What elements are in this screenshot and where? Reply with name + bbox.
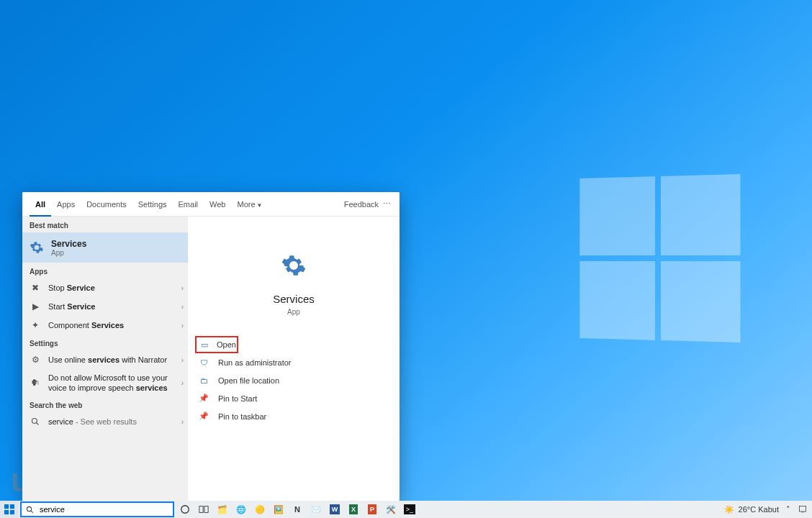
result-detail-pane: Services App ▭ Open 🛡 Run as administrat… [188, 217, 400, 501]
svg-point-6 [27, 506, 31, 511]
svg-rect-3 [10, 504, 14, 509]
result-component-services[interactable]: ✦ Component Services › [22, 316, 188, 335]
svg-rect-4 [4, 510, 9, 514]
chevron-right-icon: › [181, 379, 184, 387]
result-stop-service[interactable]: ✖ Stop Service › [22, 278, 188, 297]
feedback-link[interactable]: Feedback [344, 200, 379, 209]
tab-email[interactable]: Email [173, 192, 204, 217]
result-speech-services[interactable]: 🗣 Do not allow Microsoft to use your voi… [22, 369, 188, 396]
chevron-right-icon: › [181, 303, 184, 311]
speech-icon: 🗣 [30, 377, 41, 388]
result-narrator-services[interactable]: ⚙ Use online services with Narrator › [22, 350, 188, 369]
pin-icon: 📌 [198, 411, 209, 422]
action-center-icon[interactable] [798, 504, 808, 514]
weather-text[interactable]: 26°C Kabut [739, 505, 779, 514]
action-label: Run as administrator [218, 358, 292, 367]
word-icon: W [330, 504, 340, 514]
mail-icon: ✉️ [311, 505, 321, 514]
taskbar-search-input[interactable] [38, 504, 168, 514]
svg-rect-2 [4, 504, 9, 509]
action-open-file-location[interactable]: 🗀 Open file location [188, 371, 400, 389]
taskbar-app-mail[interactable]: ✉️ [307, 501, 325, 518]
excel-icon: X [349, 504, 358, 514]
terminal-icon: >_ [404, 504, 415, 514]
tray-overflow-icon[interactable]: ˄ [783, 504, 793, 514]
more-options-button[interactable]: ⋯ [383, 199, 392, 209]
svg-line-1 [37, 423, 39, 425]
search-results-list: Best match Services App Apps ✖ Stop Serv… [22, 217, 188, 501]
weather-icon[interactable]: ☀️ [724, 504, 734, 514]
stop-icon: ✖ [30, 282, 41, 294]
taskbar-app-winscp[interactable]: 🛠️ [382, 501, 400, 518]
action-label: Open [217, 340, 236, 349]
taskbar-app-excel[interactable]: X [344, 501, 363, 518]
search-icon [26, 506, 34, 514]
taskbar-app-terminal[interactable]: >_ [400, 501, 419, 518]
tab-settings[interactable]: Settings [132, 192, 173, 217]
svg-point-8 [181, 506, 189, 514]
best-match-subtitle: App [51, 249, 86, 257]
result-web-search[interactable]: service - See web results › [22, 412, 188, 431]
tab-apps[interactable]: Apps [51, 192, 81, 217]
chrome-icon: 🟡 [255, 505, 265, 514]
result-label: Stop Service [48, 283, 179, 292]
section-header-best-match: Best match [22, 217, 188, 232]
taskbar-search-box[interactable] [20, 501, 174, 517]
svg-rect-11 [800, 506, 806, 512]
component-icon: ✦ [30, 319, 41, 331]
taskbar-app-notion[interactable]: N [288, 501, 307, 518]
search-icon [30, 416, 41, 427]
svg-line-7 [31, 510, 33, 512]
tab-documents[interactable]: Documents [81, 192, 132, 217]
taskbar-app-word[interactable]: W [325, 501, 344, 518]
wallpaper-windows-logo [579, 174, 740, 342]
svg-rect-10 [204, 506, 208, 513]
action-open[interactable]: ▭ Open [195, 336, 238, 353]
chevron-down-icon: ▼ [257, 202, 263, 209]
taskbar-app-chrome[interactable]: 🟡 [251, 501, 269, 518]
result-label: service - See web results [48, 417, 179, 426]
search-scope-tabs: All Apps Documents Settings Email Web Mo… [22, 192, 400, 217]
action-label: Open file location [218, 376, 279, 385]
system-tray: ☀️ 26°C Kabut ˄ [724, 504, 808, 514]
edge-icon: 🌐 [236, 505, 246, 514]
section-header-settings: Settings [22, 335, 188, 350]
play-icon: ▶ [30, 301, 41, 312]
tab-more[interactable]: More▼ [231, 192, 268, 217]
open-icon: ▭ [201, 339, 208, 350]
svg-rect-5 [10, 510, 14, 514]
action-pin-to-start[interactable]: 📌 Pin to Start [188, 389, 400, 407]
taskbar-app-powerpoint[interactable]: P [363, 501, 382, 518]
shield-icon: 🛡 [198, 357, 209, 368]
pin-icon: 📌 [198, 393, 209, 404]
taskbar-app-photos[interactable]: 🖼️ [269, 501, 288, 518]
section-header-web: Search the web [22, 396, 188, 412]
taskbar-app-explorer[interactable]: 🗂️ [213, 501, 232, 518]
settings-icon: ⚙ [30, 354, 41, 365]
detail-actions: ▭ Open 🛡 Run as administrator 🗀 Open fil… [188, 336, 400, 425]
chevron-right-icon: › [181, 356, 184, 364]
folder-icon: 🗂️ [217, 505, 227, 514]
result-start-service[interactable]: ▶ Start Service › [22, 297, 188, 316]
cortana-button[interactable] [176, 501, 194, 518]
result-label: Do not allow Microsoft to use your voice… [48, 373, 179, 393]
photos-icon: 🖼️ [274, 505, 284, 514]
section-header-apps: Apps [22, 263, 188, 278]
action-label: Pin to taskbar [218, 412, 266, 421]
start-button[interactable] [0, 501, 19, 518]
result-label: Component Services [48, 321, 179, 330]
best-match-result[interactable]: Services App [22, 232, 188, 263]
action-pin-to-taskbar[interactable]: 📌 Pin to taskbar [188, 407, 400, 425]
start-search-panel: All Apps Documents Settings Email Web Mo… [22, 192, 400, 501]
svg-point-0 [32, 419, 37, 424]
result-label: Start Service [48, 302, 179, 311]
task-view-button[interactable] [194, 501, 213, 518]
detail-title: Services [273, 293, 315, 305]
chevron-right-icon: › [181, 284, 184, 292]
action-run-as-admin[interactable]: 🛡 Run as administrator [188, 353, 400, 371]
tab-all[interactable]: All [30, 192, 51, 217]
tab-web[interactable]: Web [204, 192, 231, 217]
tool-icon: 🛠️ [386, 505, 396, 514]
taskbar-app-edge[interactable]: 🌐 [232, 501, 251, 518]
services-gear-icon [30, 240, 44, 255]
